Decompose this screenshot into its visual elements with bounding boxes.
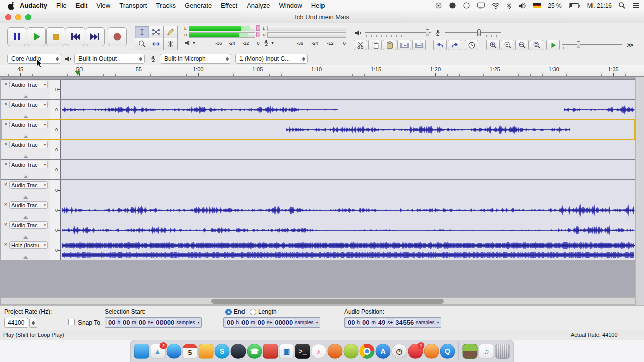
play-speed-thumb[interactable] xyxy=(577,41,580,48)
dock-icon-red-app[interactable] xyxy=(263,344,278,359)
dock-icon-calendar[interactable]: 5 xyxy=(183,344,198,359)
track-expand-handle[interactable] xyxy=(23,95,28,98)
track-title-menu[interactable]: Audio Trac▾ xyxy=(9,141,48,148)
menubar-clock[interactable]: Mi. 21:16 xyxy=(587,2,612,9)
skip-to-end-button[interactable] xyxy=(86,27,105,46)
menu-item-generate[interactable]: Generate xyxy=(180,2,216,9)
track-close-button[interactable]: × xyxy=(3,241,9,248)
dock-icon-orange-app[interactable] xyxy=(328,344,343,359)
playback-meter[interactable]: LR ▼ -36-24-120 xyxy=(184,25,261,51)
track-title-menu[interactable]: Audio Trac▾ xyxy=(9,121,48,128)
track-title-menu[interactable]: Audio Trac▾ xyxy=(9,181,48,189)
track-row[interactable]: ×Audio Trac▾0 xyxy=(1,160,635,180)
track-close-button[interactable]: × xyxy=(3,161,9,167)
track-close-button[interactable]: × xyxy=(3,181,9,188)
selection-tool-button[interactable] xyxy=(135,26,149,38)
track-control-panel[interactable]: ×Audio Trac▾ xyxy=(1,140,50,159)
multi-tool-button[interactable] xyxy=(163,38,178,50)
dock-icon-photos[interactable]: ▲2 xyxy=(150,344,166,359)
dock-icon-dark-app[interactable] xyxy=(231,344,246,359)
dock-icon-red-badge-app[interactable]: 1 xyxy=(408,344,423,359)
output-volume-slider[interactable] xyxy=(365,29,431,37)
dock-icon-quicktime[interactable]: Q xyxy=(440,344,455,359)
track-control-panel[interactable]: ×Audio Trac▾ xyxy=(1,100,50,119)
notification-center-icon[interactable] xyxy=(632,2,640,9)
dock-icon-appstore[interactable]: A xyxy=(376,344,391,359)
selection-start-time[interactable]: 00h00m00s+00000samples▾ xyxy=(105,317,202,328)
time-digits-h[interactable]: 00 xyxy=(347,319,356,326)
sync-lock-button[interactable] xyxy=(465,40,478,50)
dock-icon-amber-app[interactable] xyxy=(199,344,214,359)
toolbar-overflow-chevron[interactable]: >> xyxy=(627,41,632,49)
project-rate-select[interactable]: 44100 xyxy=(4,318,28,328)
track-vertical-ruler[interactable]: 0 xyxy=(50,100,61,119)
snap-to-checkbox[interactable] xyxy=(68,319,75,325)
dark-menu-extra-icon[interactable] xyxy=(449,2,456,9)
dock-icon-firefox[interactable] xyxy=(424,344,439,359)
play-button[interactable] xyxy=(27,27,46,46)
track-waveform-area[interactable] xyxy=(61,220,635,240)
paste-button[interactable] xyxy=(383,40,396,50)
bluetooth-icon[interactable] xyxy=(506,2,512,9)
track-close-button[interactable]: × xyxy=(3,101,9,107)
keyboard-layout-flag-de[interactable] xyxy=(533,3,541,8)
track-row[interactable]: ×Audio Trac▾0 xyxy=(1,180,635,200)
input-volume-slider[interactable] xyxy=(445,29,501,37)
track-control-panel[interactable]: ×Holz (Instru▾ xyxy=(1,240,50,260)
track-control-panel[interactable]: ×Audio Trac▾ xyxy=(1,200,50,220)
track-close-button[interactable]: × xyxy=(3,221,9,228)
draw-tool-button[interactable] xyxy=(163,26,178,38)
time-digits-s[interactable]: 49 xyxy=(377,319,386,326)
horizontal-scrollbar[interactable] xyxy=(1,297,635,305)
trim-audio-button[interactable] xyxy=(397,40,411,50)
track-vertical-ruler[interactable]: 0 xyxy=(50,220,61,240)
track-expand-handle[interactable] xyxy=(23,115,28,118)
track-vertical-ruler[interactable]: 0 xyxy=(50,200,61,220)
track-expand-handle[interactable] xyxy=(23,175,28,178)
zoom-out-button[interactable] xyxy=(501,40,514,50)
track-vertical-ruler[interactable]: 0 xyxy=(50,140,61,159)
track-waveform-area[interactable] xyxy=(61,160,635,179)
audio-host-select[interactable]: Core Audio xyxy=(7,54,61,64)
play-at-speed-button[interactable] xyxy=(546,40,560,50)
vertical-scrollbar[interactable] xyxy=(635,77,644,305)
track-title-menu[interactable]: Audio Trac▾ xyxy=(9,101,48,108)
time-digits-m[interactable]: 00 xyxy=(361,319,370,326)
track-row[interactable]: ×Audio Trac▾0 xyxy=(1,140,635,160)
audio-position-time[interactable]: 00h00m49s+34556samples▾ xyxy=(344,317,441,328)
project-rate-stepper[interactable] xyxy=(29,318,37,328)
dock-icon-finder[interactable] xyxy=(134,344,149,359)
track-vertical-ruler[interactable]: 0 xyxy=(50,160,61,179)
skip-to-start-button[interactable] xyxy=(66,27,85,46)
track-title-menu[interactable]: Audio Trac▾ xyxy=(9,161,48,168)
time-digits-samples[interactable]: 34556 xyxy=(394,319,415,326)
dock-icon-safari[interactable] xyxy=(167,344,182,359)
track-expand-handle[interactable] xyxy=(23,236,28,239)
track-row[interactable]: ×Audio Trac▾0 xyxy=(1,220,635,240)
screen-record-icon[interactable] xyxy=(435,2,442,9)
menu-item-transport[interactable]: Transport xyxy=(115,2,151,9)
dock-icon-itunes[interactable]: ♪ xyxy=(311,344,327,359)
time-digits-m[interactable]: 00 xyxy=(240,319,250,326)
track-waveform-area[interactable] xyxy=(61,80,635,99)
timeline-ruler[interactable]: 4550551:001:051:101:151:201:251:301:35 xyxy=(0,65,644,77)
track-expand-handle[interactable] xyxy=(23,135,28,138)
track-row[interactable]: ×Audio Trac▾0 xyxy=(1,100,635,120)
time-digits-samples[interactable]: 00000 xyxy=(274,319,294,326)
envelope-tool-button[interactable] xyxy=(149,26,164,38)
silence-audio-button[interactable] xyxy=(412,40,426,50)
time-digits-s[interactable]: 00 xyxy=(257,319,266,326)
output-device-select[interactable]: Built-in Output xyxy=(74,54,145,64)
stop-button[interactable] xyxy=(46,27,65,46)
track-control-panel[interactable]: ×Audio Trac▾ xyxy=(1,220,50,240)
track-control-panel[interactable]: ×Audio Trac▾ xyxy=(1,180,50,200)
time-format-dropdown-icon[interactable]: ▾ xyxy=(316,320,318,325)
track-title-menu[interactable]: Holz (Instru▾ xyxy=(9,241,48,249)
track-close-button[interactable]: × xyxy=(3,141,9,147)
time-digits-h[interactable]: 00 xyxy=(226,319,235,326)
time-digits-h[interactable]: 00 xyxy=(107,319,116,326)
dock-icon-virtualbox[interactable]: ▣ xyxy=(279,344,294,359)
zoom-tool-button[interactable] xyxy=(135,38,149,50)
zoom-in-button[interactable] xyxy=(486,40,500,50)
track-vertical-ruler[interactable]: 0 xyxy=(50,80,61,99)
